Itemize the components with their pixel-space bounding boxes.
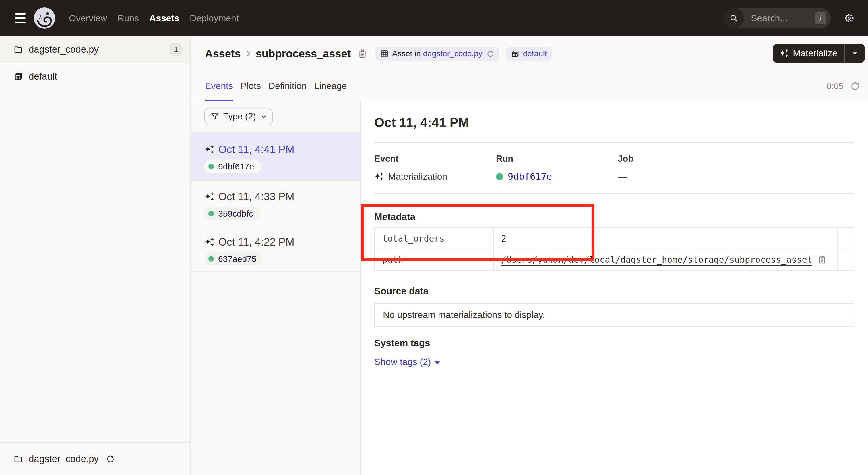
tab-lineage[interactable]: Lineage: [314, 71, 347, 101]
source-data-empty-box: No upstream materializations to display.: [374, 303, 854, 327]
divider: [374, 193, 854, 194]
metadata-row: path /Users/yuhan/dev/local/dagster_home…: [375, 249, 854, 270]
job-column-header: Job: [618, 154, 854, 164]
tabs-right-controls: 0:05: [827, 81, 860, 91]
show-tags-link[interactable]: Show tags (2): [374, 357, 440, 367]
repository-tag-link[interactable]: default: [523, 49, 547, 58]
nav-links: Overview Runs Assets Deployment: [69, 13, 239, 24]
metadata-heading: Metadata: [374, 211, 854, 222]
materialization-sparkle-icon: [204, 237, 214, 247]
type-filter-label: Type (2): [223, 112, 256, 122]
materialize-button-label: Materialize: [793, 48, 837, 59]
folder-icon: [14, 45, 23, 54]
sidebar-footer-label: dagster_code.py: [29, 453, 99, 464]
materialize-dropdown-caret[interactable]: [845, 43, 865, 63]
sidebar-item-code-location[interactable]: dagster_code.py 1: [0, 36, 190, 63]
event-list-item[interactable]: Oct 11, 4:41 PM 9dbf617e: [191, 132, 360, 181]
run-column-header: Run: [496, 154, 618, 164]
asset-location-tag-text: Asset in dagster_code.py: [392, 49, 482, 58]
event-time: Oct 11, 4:41 PM: [218, 144, 294, 156]
caret-down-icon: [434, 361, 440, 364]
dagster-app: Overview Runs Assets Deployment /: [0, 0, 868, 475]
reload-icon[interactable]: [487, 50, 494, 58]
repository-icon: [511, 50, 520, 58]
divider: [374, 142, 854, 143]
job-column: Job —: [618, 154, 854, 183]
copy-asset-name-icon[interactable]: [358, 49, 367, 59]
job-value: —: [618, 172, 627, 182]
event-column: Event Materialization: [374, 154, 496, 183]
metadata-value: 2: [493, 228, 837, 249]
hamburger-menu-icon[interactable]: [0, 6, 25, 30]
nav-item-overview[interactable]: Overview: [69, 13, 107, 23]
tab-plots[interactable]: Plots: [241, 71, 261, 101]
main-area: Assets subprocess_asset: [191, 36, 868, 475]
event-column-header: Event: [374, 154, 496, 164]
sparkle-icon: [779, 49, 789, 58]
run-id-pill[interactable]: 359cdbfc: [204, 207, 260, 220]
metadata-value: /Users/yuhan/dev/local/dagster_home/stor…: [493, 249, 837, 270]
system-tags-heading: System tags: [374, 338, 854, 349]
asset-location-tag: Asset in dagster_code.py: [375, 47, 499, 61]
sidebar-default-repo-label: default: [29, 71, 57, 82]
breadcrumb: Assets subprocess_asset: [191, 36, 868, 71]
sidebar-footer-code-location: dagster_code.py: [0, 442, 190, 475]
event-type: Materialization: [388, 172, 447, 182]
run-id: 359cdbfc: [218, 209, 253, 218]
run-id-pill[interactable]: 637aed75: [204, 252, 263, 266]
sidebar-code-location-label: dagster_code.py: [29, 44, 99, 55]
run-id-pill[interactable]: 9dbf617e: [204, 160, 261, 173]
run-id-link[interactable]: 9dbf617e: [508, 171, 552, 182]
run-status-dot: [208, 256, 214, 262]
run-column: Run 9dbf617e: [496, 154, 618, 183]
event-time: Oct 11, 4:22 PM: [218, 236, 294, 248]
type-filter-button[interactable]: Type (2): [204, 108, 273, 125]
event-detail-title: Oct 11, 4:41 PM: [374, 115, 854, 131]
metadata-row: total_orders 2: [375, 228, 854, 249]
run-status-dot: [208, 211, 214, 216]
source-data-heading: Source data: [374, 286, 854, 297]
reload-code-location-icon[interactable]: [106, 455, 115, 463]
repository-icon: [14, 72, 23, 81]
search-shortcut-key: /: [815, 12, 826, 24]
metadata-key: total_orders: [375, 228, 493, 249]
top-nav: Overview Runs Assets Deployment /: [0, 0, 868, 36]
nav-item-deployment[interactable]: Deployment: [190, 13, 239, 23]
settings-gear-icon[interactable]: [845, 14, 854, 22]
asset-location-tag-link[interactable]: dagster_code.py: [423, 49, 483, 58]
refresh-timer: 0:05: [827, 81, 843, 91]
search-icon: [723, 8, 744, 28]
materialization-sparkle-icon: [204, 191, 214, 202]
breadcrumb-asset-name: subprocess_asset: [256, 48, 351, 60]
nav-item-assets[interactable]: Assets: [149, 13, 179, 23]
metadata-path-link[interactable]: /Users/yuhan/dev/local/dagster_home/stor…: [501, 255, 812, 265]
chevron-down-icon: [260, 113, 267, 120]
tab-events[interactable]: Events: [205, 71, 233, 101]
materialization-sparkle-icon: [204, 144, 214, 155]
chevron-right-icon: [244, 50, 252, 58]
folder-icon: [14, 454, 23, 464]
nav-item-runs[interactable]: Runs: [117, 13, 139, 23]
event-detail-pane: Oct 11, 4:41 PM Event Materializ: [361, 101, 868, 475]
nav-right: /: [723, 8, 854, 28]
materialization-sparkle-icon: [374, 172, 383, 181]
materialize-button[interactable]: Materialize: [773, 43, 865, 63]
dagster-logo-icon[interactable]: [34, 7, 55, 29]
metadata-table: total_orders 2 path /Users/yuhan/dev/loc…: [374, 228, 854, 270]
sidebar-code-location-badge: 1: [169, 43, 182, 56]
repository-tag: default: [506, 47, 552, 61]
event-list-item[interactable]: Oct 11, 4:22 PM 637aed75: [191, 226, 360, 272]
event-list-item[interactable]: Oct 11, 4:33 PM 359cdbfc: [191, 181, 360, 226]
table-grid-icon: [380, 50, 389, 58]
breadcrumb-assets-link[interactable]: Assets: [205, 48, 241, 60]
copy-path-icon[interactable]: [817, 255, 827, 264]
search-input[interactable]: [744, 13, 815, 24]
event-list-panel: Type (2) Oct 11, 4:41 PM: [191, 101, 361, 475]
search-box[interactable]: /: [723, 8, 831, 28]
sidebar-item-default-repo[interactable]: default: [0, 63, 190, 90]
tab-bar: Events Plots Definition Lineage 0:05: [191, 71, 868, 101]
tab-definition[interactable]: Definition: [268, 71, 307, 101]
show-tags-label: Show tags (2): [374, 357, 431, 367]
run-status-dot: [208, 164, 214, 169]
refresh-icon[interactable]: [850, 81, 860, 91]
